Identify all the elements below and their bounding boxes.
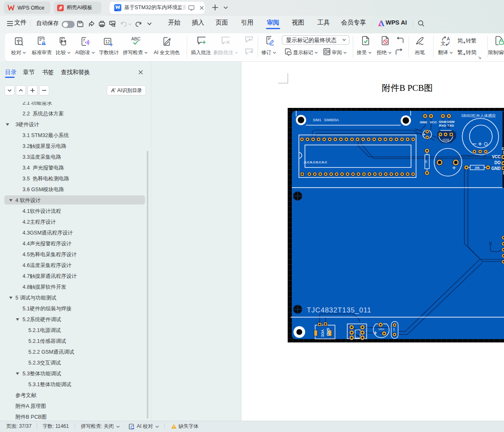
svg-text:DO: DO: [494, 160, 501, 165]
svg-text:TJC4832T135_011: TJC4832T135_011: [307, 306, 371, 314]
svg-text:VCC: VCC: [430, 120, 437, 124]
svg-text:GND: GND: [491, 166, 501, 171]
svg-text:GND: GND: [326, 328, 330, 336]
svg-text:GSM: GSM: [439, 120, 446, 124]
svg-text:VCC: VCC: [492, 155, 501, 159]
svg-text:文: 文: [441, 40, 446, 46]
svg-text:104: 104: [393, 328, 395, 332]
svg-text:GSM: GSM: [447, 120, 455, 124]
svg-text:1k: 1k: [425, 160, 428, 163]
svg-text:8550: 8550: [443, 138, 449, 141]
svg-text:A: A: [447, 36, 450, 41]
svg-text:SIM900A: SIM900A: [324, 118, 339, 122]
svg-text:RXD: RXD: [439, 124, 446, 127]
svg-text:10k: 10k: [475, 166, 480, 169]
svg-text:TXD: TXD: [447, 124, 454, 127]
svg-text:12: 12: [105, 39, 110, 44]
svg-text:ABC: ABC: [131, 36, 141, 41]
svg-text:D: D: [502, 146, 504, 151]
svg-text:GND: GND: [420, 120, 427, 124]
svg-text:VCC: VCC: [321, 330, 325, 337]
svg-text:100uf: 100uf: [379, 328, 384, 330]
svg-text:SIM1: SIM1: [313, 118, 321, 122]
svg-text:JLCJLCJLCJLC: JLCJLCJLCJLC: [303, 160, 327, 164]
svg-text:SR602红外人体感应: SR602红外人体感应: [461, 114, 496, 118]
